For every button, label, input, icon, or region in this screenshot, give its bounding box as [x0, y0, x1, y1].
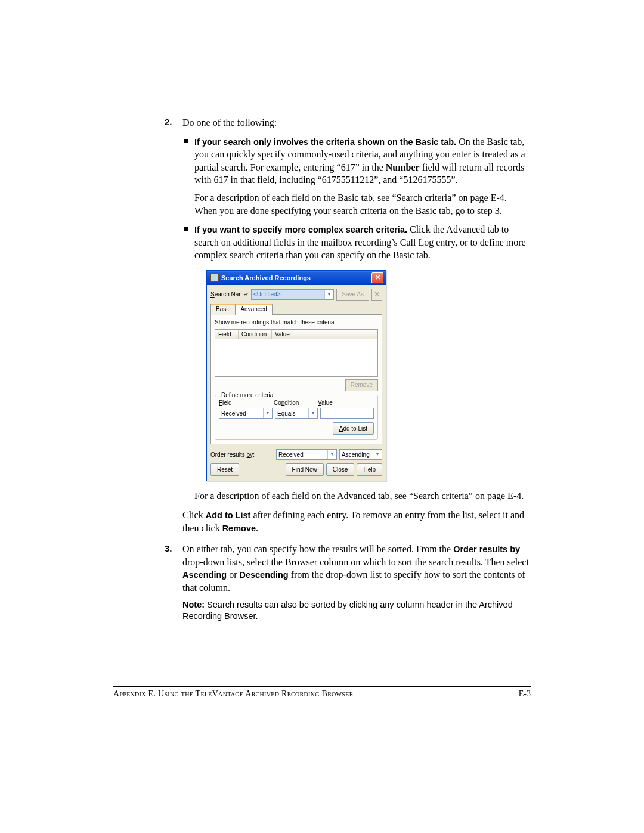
number-bold: Number: [386, 162, 420, 172]
square-bullet-icon: [184, 139, 188, 143]
step-3-note: Note: Search results can also be sorted …: [182, 599, 531, 623]
grid-header: Field Condition Value: [215, 330, 377, 340]
footer-page-number: E-3: [519, 689, 531, 699]
search-name-value: <Untitled>: [252, 290, 324, 299]
col-value[interactable]: Value: [272, 330, 377, 339]
note-text: Search results can also be sorted by cli…: [182, 600, 513, 621]
condition-combo[interactable]: Equals ▾: [275, 408, 318, 419]
ascending-bold: Ascending: [182, 570, 227, 580]
order-by-label: Order results by:: [210, 451, 255, 459]
search-dialog: Search Archived Recordings ✕ Search Name…: [206, 270, 386, 482]
find-now-button[interactable]: Find Now: [286, 463, 324, 476]
chevron-down-icon[interactable]: ▾: [327, 450, 336, 459]
step-3: 3. On either tab, you can specify how th…: [182, 543, 531, 623]
field-value: Received: [219, 410, 263, 418]
step-2-number: 2.: [165, 116, 172, 128]
order-results-by-bold: Order results by: [453, 544, 520, 554]
value-input[interactable]: [320, 408, 374, 419]
bullet-basic-tab: If your search only involves the criteri…: [182, 135, 531, 218]
criteria-instruction: Show me recordings that match these crit…: [215, 318, 378, 327]
label-field: Field: [219, 399, 271, 407]
define-inputs-row: Received ▾ Equals ▾: [219, 408, 374, 419]
step-2-lead: Do one of the following:: [182, 117, 277, 128]
search-name-row: Search Name: <Untitled> ▾ Save As ✕: [210, 289, 382, 301]
order-dir-value: Ascending: [340, 451, 373, 459]
descending-bold: Descending: [239, 570, 288, 580]
s3c: drop-down lists, select the Browser colu…: [182, 557, 529, 567]
square-bullet-icon: [184, 227, 188, 231]
dialog-title: Search Archived Recordings: [221, 274, 369, 283]
note-label: Note:: [182, 600, 207, 609]
delete-search-button[interactable]: ✕: [371, 289, 382, 301]
order-field-combo[interactable]: Received ▾: [276, 449, 337, 460]
chevron-down-icon[interactable]: ▾: [308, 408, 317, 418]
reset-button[interactable]: Reset: [210, 463, 239, 476]
field-combo[interactable]: Received ▾: [219, 408, 273, 419]
tab-basic[interactable]: Basic: [210, 304, 235, 315]
bullet2-bold: If you want to specify more complex sear…: [194, 225, 407, 234]
label-condition: Condition: [274, 399, 315, 407]
tab-strip: Basic Advanced: [210, 303, 382, 315]
page-footer: Appendix E. Using the TeleVantage Archiv…: [113, 686, 531, 699]
after-dialog-p1: For a description of each field on the A…: [194, 490, 531, 503]
col-condition[interactable]: Condition: [239, 330, 272, 339]
bullet1-bold: If your search only involves the criteri…: [194, 137, 456, 147]
order-dir-combo[interactable]: Ascending ▾: [339, 449, 382, 460]
define-labels-row: Field Condition Value: [219, 399, 374, 407]
add-to-list-button[interactable]: Add to List: [333, 422, 374, 435]
p2a: Click: [182, 510, 206, 520]
add-to-list-bold: Add to List: [206, 510, 251, 520]
s3e: or: [227, 569, 239, 580]
close-button[interactable]: Close: [326, 463, 355, 476]
bullet1-para2: For a description of each field on the B…: [194, 191, 531, 217]
page: 2. Do one of the following: If your sear…: [0, 0, 644, 833]
remove-button[interactable]: Remove: [345, 379, 378, 391]
s3a: On either tab, you can specify how the r…: [182, 544, 453, 554]
close-icon[interactable]: ✕: [371, 272, 383, 283]
chevron-down-icon[interactable]: ▾: [373, 450, 382, 459]
fieldset-legend: Define more criteria: [219, 391, 275, 400]
search-name-label: Search Name:: [210, 290, 249, 299]
save-as-button[interactable]: Save As: [336, 289, 369, 301]
define-criteria-fieldset: Define more criteria Field Condition Val…: [215, 395, 378, 441]
chevron-down-icon[interactable]: ▾: [263, 408, 272, 418]
order-field-value: Received: [277, 451, 327, 459]
tab-advanced[interactable]: Advanced: [235, 304, 272, 315]
dialog-body: Search Name: <Untitled> ▾ Save As ✕ Basi…: [207, 285, 386, 481]
advanced-tab-panel: Show me recordings that match these crit…: [210, 314, 382, 444]
search-name-combo[interactable]: <Untitled> ▾: [251, 289, 334, 300]
dialog-titlebar[interactable]: Search Archived Recordings ✕: [207, 271, 386, 285]
chevron-down-icon[interactable]: ▾: [324, 290, 333, 299]
remove-bold: Remove: [222, 524, 256, 533]
step-3-number: 3.: [165, 543, 172, 555]
criteria-grid[interactable]: Field Condition Value: [215, 329, 378, 377]
step-2: 2. Do one of the following: If your sear…: [182, 116, 531, 534]
help-button[interactable]: Help: [357, 463, 382, 476]
condition-value: Equals: [275, 410, 308, 418]
col-field[interactable]: Field: [215, 330, 239, 339]
app-icon: [210, 274, 219, 282]
p2e: .: [256, 523, 258, 533]
order-by-row: Order results by: Received ▾ Ascending ▾: [210, 449, 382, 460]
bullet-advanced-tab: If you want to specify more complex sear…: [182, 223, 531, 503]
label-value: Value: [318, 399, 374, 407]
dialog-buttons: Reset Find Now Close Help: [210, 463, 382, 476]
after-dialog-p2: Click Add to List after defining each en…: [182, 509, 531, 534]
footer-left: Appendix E. Using the TeleVantage Archiv…: [113, 689, 354, 699]
